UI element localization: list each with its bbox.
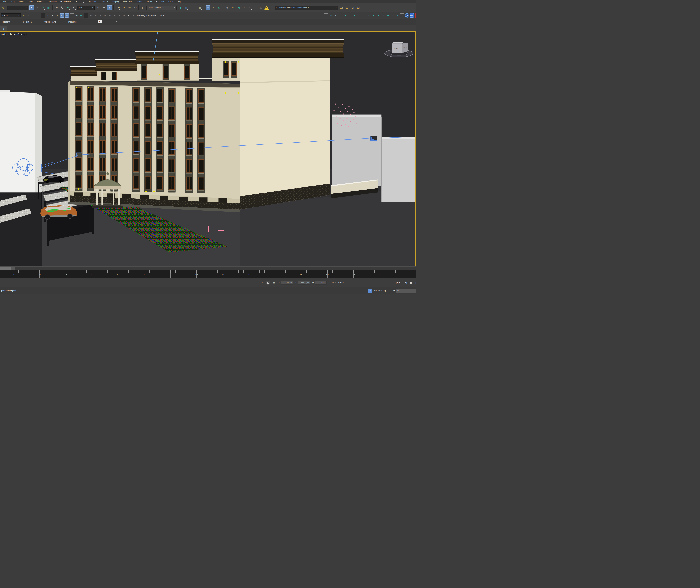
toggle-scene-explorer-icon[interactable]: ▤ <box>192 5 196 10</box>
spline-icon[interactable]: ◉ <box>113 13 117 17</box>
snaps-axis-constraint-toggle[interactable]: X? <box>65 13 69 17</box>
align-icon[interactable]: ▦ <box>183 5 188 10</box>
checker-icon[interactable]: ◉ <box>108 13 112 17</box>
menu-item[interactable]: Create <box>26 0 35 3</box>
z-coordinate-field[interactable]: 0,0mm <box>315 281 327 285</box>
project-folder-dropdown[interactable]: C:\Users\AzArch\Documents\3ds Max 2021▼ <box>275 6 338 10</box>
qr-badge[interactable]: QR <box>405 13 409 17</box>
select-by-name-icon[interactable]: ≡ <box>35 5 40 10</box>
select-and-manipulate-icon[interactable]: + <box>101 5 106 10</box>
folder-project-icon[interactable]: ▤ <box>339 5 344 10</box>
play-button[interactable]: ▶ <box>410 280 413 285</box>
add-time-tag-button[interactable]: Add Time Tag <box>374 290 386 292</box>
grid-array-icon[interactable]: ▦ <box>74 13 79 17</box>
select-rect-icon[interactable]: ▯ <box>31 13 36 17</box>
pine-tree-icon[interactable]: ▲ <box>353 13 357 17</box>
material-editor-icon[interactable]: ◎ <box>225 5 230 10</box>
dotted-circle-icon[interactable]: ◌ <box>155 13 160 17</box>
people-add-icon[interactable]: ☺ <box>381 13 385 17</box>
menu-item[interactable]: Content <box>134 0 144 3</box>
tree-icon[interactable]: ♣ <box>343 13 347 17</box>
wire-sphere-icon[interactable]: ◉ <box>98 13 102 17</box>
folder-options-icon[interactable]: ▤ <box>356 5 361 10</box>
arch-icon[interactable]: ∩ <box>357 13 362 17</box>
axis-z-button[interactable]: Z <box>55 13 59 17</box>
absolute-offset-toggle-icon[interactable]: ⊠ <box>272 281 276 285</box>
angle-snap-icon[interactable]: ∠ <box>121 5 126 10</box>
select-and-scale-icon[interactable]: ▣ <box>66 5 70 10</box>
render-in-cloud-icon[interactable]: ☁ <box>253 5 258 10</box>
plus-arrows-icon[interactable]: + <box>22 13 26 17</box>
select-and-place-icon[interactable]: ◉ <box>71 5 76 10</box>
axis-plane-button[interactable]: XY <box>60 13 64 17</box>
rendered-frame-window-icon[interactable]: ▣ <box>236 5 241 10</box>
viewcube-face-back[interactable]: BACK <box>403 47 407 49</box>
edit-named-selection-sets-icon[interactable]: {} <box>140 5 145 10</box>
next-frame-button[interactable]: || <box>415 281 416 284</box>
named-selection-set-dropdown[interactable]: Create Selection Se▼ <box>146 6 177 10</box>
menu-item[interactable]: Interactive <box>121 0 134 3</box>
ribbon-tab[interactable]: Object Paint <box>44 21 56 23</box>
select-object-icon[interactable]: ↖ <box>29 5 34 10</box>
go-to-start-button[interactable]: |◀◀ <box>396 281 400 284</box>
half-sphere-icon[interactable]: ◒ <box>367 13 371 17</box>
isometric-cube-button[interactable]: ◈ <box>368 289 372 293</box>
list-icon[interactable]: ≣ <box>348 13 352 17</box>
menu-item[interactable]: Help <box>176 0 183 3</box>
menu-item[interactable]: ools <box>1 0 8 3</box>
menu-item[interactable]: Corona <box>144 0 154 3</box>
previous-frame-button[interactable]: ◀|| <box>405 281 408 284</box>
menu-item[interactable]: Civil View <box>86 0 98 3</box>
percent-snap-icon[interactable]: % <box>127 5 131 10</box>
ribbon-tab[interactable]: Freeform <box>2 21 11 23</box>
light-bulb-icon[interactable]: ● <box>329 13 333 17</box>
stack-front-icon[interactable]: ≈ <box>36 13 40 17</box>
close-button[interactable]: Close <box>151 13 155 17</box>
mirror-icon[interactable]: ◨ <box>178 5 183 10</box>
axis-x-button[interactable]: X <box>46 13 50 17</box>
ribbon-tab[interactable]: Selection <box>23 21 32 23</box>
menu-item[interactable]: Views <box>17 0 26 3</box>
menu-item[interactable]: Modifiers <box>35 0 46 3</box>
menu-item[interactable]: Scripting <box>110 0 121 3</box>
render-iterative-icon[interactable]: ♨ <box>247 5 252 10</box>
reference-coordinate-dropdown[interactable]: View▼ <box>77 6 95 10</box>
axis-y-button[interactable]: Y <box>51 13 55 17</box>
window-crossing-icon[interactable]: ◫ <box>46 5 51 10</box>
time-slider-next-button[interactable]: > <box>11 267 15 270</box>
render-gallery-icon[interactable]: ⊞ <box>259 5 263 10</box>
wall-icon[interactable]: ▦ <box>386 13 390 17</box>
play-clip-icon[interactable]: ▶ <box>376 13 381 17</box>
menu-item[interactable]: Animation <box>46 0 59 3</box>
use-pivot-point-center-icon[interactable]: ⊕ <box>96 5 101 10</box>
render-production-icon[interactable]: ♨ <box>242 5 247 10</box>
schematic-view-icon[interactable]: ⊟ <box>217 5 221 10</box>
stack-back-icon[interactable]: ≈ <box>27 13 31 17</box>
time-slider[interactable] <box>0 267 10 270</box>
menu-item[interactable]: Graph Editors <box>59 0 74 3</box>
sweep-button[interactable]: Sweep <box>136 13 141 17</box>
viewcube-face-west[interactable]: WEST <box>394 47 400 50</box>
warning-icon[interactable]: ! <box>264 5 269 10</box>
timeline-ruler[interactable]: 5101520253035404550556065707580 <box>0 270 416 278</box>
select-and-rotate-icon[interactable]: ↻ <box>60 5 65 10</box>
toggle-layer-explorer-icon[interactable]: ▥ <box>197 5 202 10</box>
rectangular-selection-region-icon[interactable]: □ <box>40 5 45 10</box>
viewport-shading-label[interactable]: tandard ] [Default Shading ] <box>1 33 26 35</box>
people-icon[interactable]: ☺ <box>338 13 343 17</box>
menu-item[interactable]: Substance <box>154 0 166 3</box>
feather-icon[interactable]: ◉ <box>89 13 93 17</box>
noise-sphere-icon[interactable]: ◉ <box>103 13 107 17</box>
sphere-icon[interactable]: ● <box>132 13 136 17</box>
viewport[interactable]: tandard ] [Default Shading ] <box>0 31 416 266</box>
open-button[interactable]: Open <box>160 13 164 17</box>
sun-icon[interactable]: ☀ <box>334 13 338 17</box>
toggle-ribbon-icon[interactable]: ▭ <box>206 5 210 10</box>
select-and-move-icon[interactable]: + <box>54 5 59 10</box>
snap-toggle-25d-icon[interactable]: 2.5 <box>115 5 120 10</box>
workspace-dropdown[interactable]: (default)▼ <box>1 13 21 17</box>
capsule-icon[interactable]: ◉ <box>94 13 98 17</box>
x-coordinate-field[interactable]: 177231,14 <box>281 281 293 285</box>
frame-spinner[interactable]: ◀▶ <box>393 290 395 291</box>
render-setup-icon[interactable]: ⚙ <box>231 5 235 10</box>
